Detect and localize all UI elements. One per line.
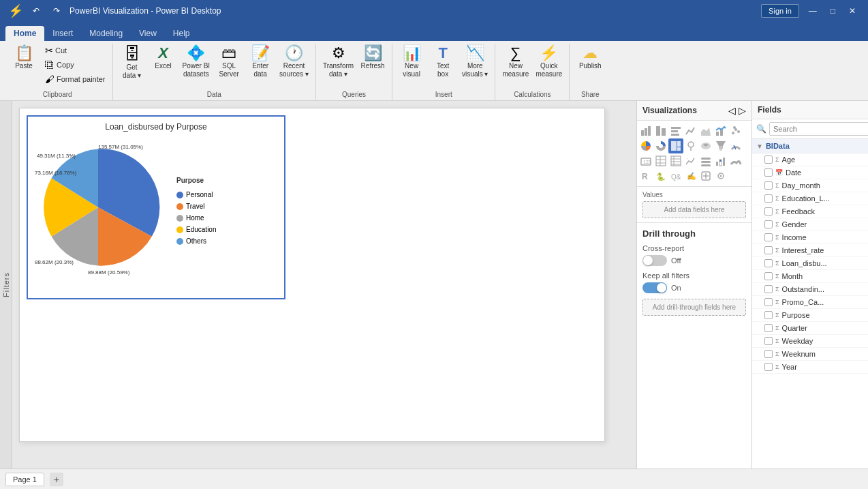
sql-server-button[interactable]: 🗃 SQLServer [214, 44, 244, 80]
viz-icon-kpi[interactable]: ↑ [683, 153, 698, 168]
close-button[interactable]: ✕ [845, 5, 860, 17]
field-item-purpose[interactable]: Σ Purpose [752, 309, 868, 322]
new-visual-button[interactable]: 📊 Newvisual [397, 44, 427, 80]
viz-icon-donut[interactable] [653, 138, 668, 153]
viz-icon-gauge[interactable] [728, 138, 743, 153]
tab-home[interactable]: Home [5, 26, 44, 41]
redo-button[interactable]: ↷ [49, 5, 64, 17]
viz-panel-collapse-button[interactable]: ◁ [728, 105, 736, 116]
viz-icon-pie[interactable] [638, 138, 653, 153]
viz-panel-expand-button[interactable]: ▷ [739, 105, 746, 116]
field-item-age[interactable]: Σ Age [752, 153, 868, 166]
tab-insert[interactable]: Insert [44, 26, 81, 41]
tab-modeling[interactable]: Modeling [81, 26, 131, 41]
refresh-button[interactable]: 🔄 Refresh [358, 44, 388, 72]
transform-data-button[interactable]: ⚙ Transformdata ▾ [320, 44, 356, 80]
filters-bar[interactable]: Filters [0, 101, 12, 469]
viz-icon-filled-map[interactable] [698, 138, 713, 153]
field-item-weeknum[interactable]: Σ Weeknum [752, 348, 868, 361]
get-data-button[interactable]: 🗄 Getdata ▾ [117, 44, 147, 82]
field-checkbox-date[interactable] [764, 168, 773, 177]
field-checkbox-education[interactable] [764, 194, 773, 203]
field-checkbox-gender[interactable] [764, 220, 773, 228]
field-checkbox-feedback[interactable] [764, 207, 773, 216]
viz-icon-r-script[interactable]: R [638, 168, 653, 183]
field-checkbox-month[interactable] [764, 272, 773, 280]
copy-button[interactable]: ⿻ Copy [42, 58, 108, 72]
viz-add-values-field[interactable]: Add data fields here [642, 201, 746, 218]
viz-icon-combo[interactable] [713, 123, 728, 138]
field-item-weekday[interactable]: Σ Weekday [752, 335, 868, 348]
field-item-year[interactable]: Σ Year [752, 361, 868, 374]
field-checkbox-age[interactable] [764, 155, 773, 164]
field-checkbox-interest-rate[interactable] [764, 246, 773, 254]
field-checkbox-income[interactable] [764, 233, 773, 241]
text-box-button[interactable]: T Textbox [428, 44, 458, 80]
viz-icon-ribbon[interactable] [728, 153, 743, 168]
viz-icon-scatter[interactable] [728, 123, 743, 138]
viz-icon-build[interactable] [698, 168, 713, 183]
powerbi-datasets-button[interactable]: 💠 Power BIdatasets [180, 44, 213, 80]
paste-button[interactable]: 📋 Paste [7, 44, 41, 72]
field-item-outstanding[interactable]: Σ Outstandin... [752, 283, 868, 296]
cross-report-toggle[interactable] [642, 255, 667, 266]
viz-icon-treemap[interactable] [668, 138, 683, 153]
tab-view[interactable]: View [131, 26, 165, 41]
field-item-promo-ca[interactable]: Σ Promo_Ca... [752, 296, 868, 309]
viz-icon-area[interactable] [698, 123, 713, 138]
field-item-interest-rate[interactable]: Σ Interest_rate [752, 244, 868, 257]
viz-icon-matrix[interactable] [668, 153, 683, 168]
viz-icon-slicer[interactable] [698, 153, 713, 168]
viz-icon-clustered-bar[interactable] [668, 123, 683, 138]
fields-search-input[interactable] [769, 122, 868, 136]
viz-icon-line[interactable] [683, 123, 698, 138]
fields-group-bidata[interactable]: ▼ BIData [752, 139, 868, 153]
field-item-feedback[interactable]: Σ Feedback [752, 205, 868, 218]
publish-button[interactable]: ☁ Publish [575, 44, 605, 72]
viz-icon-waterfall[interactable] [713, 153, 728, 168]
field-item-gender[interactable]: Σ Gender [752, 218, 868, 231]
field-item-income[interactable]: Σ Income [752, 231, 868, 244]
field-item-month[interactable]: Σ Month [752, 270, 868, 283]
viz-icon-column[interactable] [653, 123, 668, 138]
viz-icon-smart-narrative[interactable]: ✍ [683, 168, 698, 183]
field-item-loan-disbu[interactable]: Σ Loan_disbu... [752, 257, 868, 270]
viz-icon-bar-chart[interactable] [638, 123, 653, 138]
field-checkbox-purpose[interactable] [764, 311, 773, 319]
cut-button[interactable]: ✂ Cut [42, 44, 108, 57]
field-checkbox-promo-ca[interactable] [764, 298, 773, 306]
field-item-education[interactable]: Σ Education_L... [752, 192, 868, 205]
viz-icon-funnel[interactable] [713, 138, 728, 153]
format-painter-button[interactable]: 🖌 Format painter [42, 72, 108, 86]
enter-data-button[interactable]: 📝 Enterdata [245, 44, 275, 80]
chart-container[interactable]: Loan_disbursed by Purpose [27, 115, 285, 299]
viz-icon-map[interactable] [683, 138, 698, 153]
field-item-date[interactable]: 📅 Date [752, 166, 868, 179]
undo-button[interactable]: ↶ [29, 5, 44, 17]
field-checkbox-loan-disbu[interactable] [764, 259, 773, 267]
add-drill-through-field[interactable]: Add drill-through fields here [642, 299, 746, 316]
sign-in-button[interactable]: Sign in [761, 4, 799, 18]
field-item-quarter[interactable]: Σ Quarter [752, 322, 868, 335]
field-item-day-month[interactable]: Σ Day_month [752, 179, 868, 192]
viz-icon-table[interactable] [653, 153, 668, 168]
viz-icon-format[interactable] [713, 168, 728, 183]
viz-icon-card[interactable]: 123 [638, 153, 653, 168]
more-visuals-button[interactable]: 📉 Morevisuals ▾ [459, 44, 491, 80]
field-checkbox-quarter[interactable] [764, 324, 773, 332]
maximize-button[interactable]: □ [826, 5, 839, 17]
page-1-tab[interactable]: Page 1 [5, 473, 44, 486]
minimize-button[interactable]: — [805, 5, 821, 17]
excel-button[interactable]: X Excel [149, 44, 179, 72]
field-checkbox-year[interactable] [764, 363, 773, 371]
new-measure-button[interactable]: ∑ Newmeasure [499, 44, 531, 80]
field-checkbox-weeknum[interactable] [764, 350, 773, 358]
keep-filters-toggle[interactable] [642, 282, 667, 293]
quick-measure-button[interactable]: ⚡ Quickmeasure [533, 44, 565, 80]
recent-sources-button[interactable]: 🕐 Recentsources ▾ [277, 44, 311, 80]
add-page-button[interactable]: + [50, 473, 63, 486]
viz-icon-python[interactable]: 🐍 [653, 168, 668, 183]
viz-icon-qa[interactable]: Q& [668, 168, 683, 183]
field-checkbox-outstanding[interactable] [764, 285, 773, 293]
field-checkbox-day-month[interactable] [764, 181, 773, 190]
